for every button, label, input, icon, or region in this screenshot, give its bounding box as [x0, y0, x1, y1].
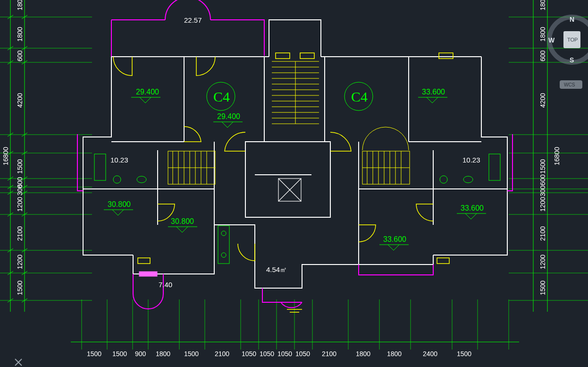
dimension-grid-left — [0, 0, 92, 312]
stairs — [168, 61, 410, 184]
dim-bottom-0: 1500 — [87, 350, 101, 358]
fixtures — [94, 154, 500, 264]
svg-point-112 — [137, 176, 146, 183]
dim-bottom-12: 1800 — [387, 350, 402, 358]
svg-rect-106 — [300, 53, 314, 59]
svg-rect-116 — [218, 226, 229, 264]
dim-left-0: 1800 — [16, 0, 24, 10]
dim-left-5: 1500 — [16, 159, 24, 174]
dim-right-7: 1200 — [539, 197, 546, 212]
elev-r7: 33.600 — [461, 204, 484, 212]
dim-bottom-2: 900 — [135, 350, 146, 358]
close-icon[interactable] — [15, 359, 22, 366]
dim-right-5: 1500 — [539, 159, 546, 174]
unit-label-left: C4 — [213, 89, 230, 104]
area-center-small: 4.54㎡ — [266, 265, 287, 273]
dim-bottom-10: 2100 — [322, 350, 336, 358]
svg-rect-108 — [138, 258, 150, 264]
dim-right-8: 2100 — [539, 226, 546, 241]
dim-bottom-14: 1500 — [457, 350, 471, 358]
viewcube[interactable]: TOP N S W E WCS — [548, 16, 588, 89]
area-bath-left: 10.23 — [110, 156, 128, 164]
svg-point-115 — [463, 176, 473, 183]
dim-right-10: 1500 — [539, 281, 546, 295]
svg-rect-110 — [94, 154, 106, 180]
svg-rect-113 — [489, 154, 500, 180]
dim-right-6: 300600 — [539, 174, 546, 196]
elev-r4: 30.800 — [108, 200, 131, 208]
area-bath-right: 10.23 — [462, 156, 480, 164]
svg-point-111 — [113, 176, 121, 183]
viewcube-n[interactable]: N — [570, 16, 574, 23]
elev-r3: 33.600 — [422, 88, 445, 96]
dim-left-9: 2100 — [16, 226, 24, 241]
dim-right-9: 1200 — [539, 255, 546, 269]
svg-rect-107 — [439, 53, 453, 59]
unit-label-right: C4 — [351, 89, 368, 104]
dim-left-10: 1200 — [16, 255, 24, 269]
elev-r2: 29.400 — [217, 112, 240, 120]
dim-bottom-13: 2400 — [423, 350, 437, 358]
dim-bottom-11: 1800 — [356, 350, 370, 358]
dim-right-1: 1800 — [539, 27, 546, 42]
doors — [113, 57, 433, 261]
elev-r5: 30.800 — [171, 217, 194, 225]
elevation-markers — [104, 97, 486, 250]
svg-point-114 — [440, 176, 447, 183]
dim-bottom-8: 1050 — [277, 350, 292, 358]
area-bottom-left: 7.40 — [159, 281, 172, 289]
dim-left-1: 1800 — [16, 27, 24, 42]
dim-bottom-5: 2100 — [215, 350, 229, 358]
elev-r1: 29.400 — [136, 88, 159, 96]
svg-rect-70 — [140, 272, 157, 276]
dim-right-2: 600 — [539, 50, 546, 61]
svg-rect-105 — [276, 53, 290, 59]
dim-left-2: 600 — [16, 50, 24, 61]
svg-rect-109 — [437, 258, 449, 264]
dim-left-8: 1200 — [16, 197, 24, 212]
dim-left-4: 16800 — [2, 147, 9, 165]
elev-r6: 33.600 — [383, 235, 406, 243]
cad-floorplan-canvas[interactable]: 1800 1800 600 4200 16800 1500 600 300 12… — [0, 0, 588, 367]
viewcube-w[interactable]: W — [548, 36, 555, 44]
dim-right-3: 4200 — [539, 93, 546, 108]
dim-bottom-6: 1050 — [242, 350, 256, 358]
dim-bottom-4: 1500 — [184, 350, 199, 358]
dim-bottom-3: 1800 — [156, 350, 170, 358]
area-top: 22.57 — [184, 16, 202, 24]
dim-left-11: 1500 — [16, 281, 24, 295]
dim-bottom-9: 1050 — [295, 350, 310, 358]
viewcube-wcs[interactable]: WCS — [564, 82, 575, 87]
viewcube-s[interactable]: S — [570, 56, 574, 64]
dim-bottom-7: 1050 — [260, 350, 274, 358]
building-walls — [77, 0, 512, 309]
dim-left-7: 300 — [16, 184, 24, 196]
svg-point-118 — [221, 253, 226, 257]
dim-right-4: 16800 — [553, 147, 561, 165]
dim-bottom-1: 1500 — [112, 350, 127, 358]
dim-left-3: 4200 — [16, 93, 24, 108]
svg-point-117 — [221, 231, 226, 236]
viewcube-top[interactable]: TOP — [567, 37, 578, 43]
dim-right-0: 1800 — [539, 0, 546, 10]
